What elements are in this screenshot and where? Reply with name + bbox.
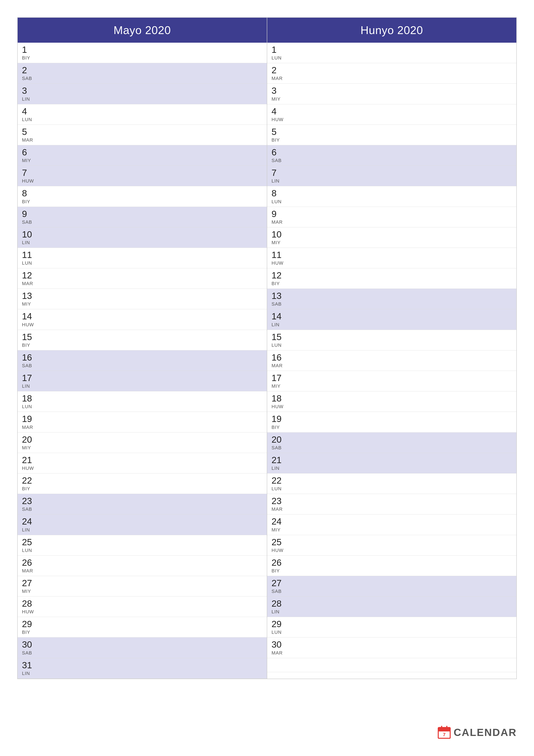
day-name: MAR <box>22 281 41 286</box>
mayo-day-21: 21 HUW <box>18 453 267 473</box>
day-number: 10 <box>22 230 41 239</box>
day-number: 28 <box>22 599 41 608</box>
hunyo-day-23: 23 MAR <box>267 494 516 514</box>
mayo-column: 1 BIY 2 SAB 3 LIN 4 LUN 5 MAR <box>18 43 267 679</box>
day-info: 13 MIY <box>22 291 41 307</box>
day-number: 21 <box>271 455 291 465</box>
day-info: 28 LIN <box>271 599 291 615</box>
day-info: 22 LUN <box>271 475 291 492</box>
mayo-day-9: 9 SAB <box>18 207 267 228</box>
day-name: MIY <box>271 240 291 245</box>
day-name: SAB <box>271 158 291 163</box>
day-info: 25 HUW <box>271 537 291 553</box>
day-number: 16 <box>271 353 291 363</box>
mayo-day-3: 3 LIN <box>18 84 267 104</box>
day-name: SAB <box>271 301 291 307</box>
day-info: 19 MAR <box>22 414 41 430</box>
day-info: 6 SAB <box>271 148 291 163</box>
mayo-day-8: 8 BIY <box>18 186 267 207</box>
day-number: 19 <box>271 414 291 424</box>
day-number: 11 <box>22 250 41 260</box>
day-info: 15 BIY <box>22 332 41 348</box>
mayo-day-2: 2 SAB <box>18 63 267 84</box>
day-number: 21 <box>22 455 41 465</box>
day-info: 25 LUN <box>22 537 41 553</box>
day-number: 26 <box>22 558 41 568</box>
day-info: 10 LIN <box>22 230 41 245</box>
day-name: LUN <box>22 260 41 266</box>
day-number: 14 <box>22 311 41 321</box>
day-info: 17 LIN <box>22 373 41 389</box>
day-info: 19 BIY <box>271 414 291 430</box>
day-number: 4 <box>22 106 41 116</box>
calendar-logo-text: CALENDAR <box>454 726 517 738</box>
hunyo-day-3: 3 MIY <box>267 84 516 104</box>
day-number: 2 <box>271 65 291 75</box>
mayo-day-12: 12 MAR <box>18 268 267 289</box>
day-name: MAR <box>271 650 291 656</box>
day-name: BIY <box>271 137 291 143</box>
day-info: 4 LUN <box>22 106 41 122</box>
day-name: MAR <box>22 424 41 430</box>
day-info: 22 BIY <box>22 475 41 492</box>
mayo-day-7: 7 HUW <box>18 166 267 186</box>
day-name: LIN <box>271 178 291 184</box>
day-info: 24 LIN <box>22 517 41 532</box>
day-info: 11 LUN <box>22 250 41 266</box>
day-info: 1 LUN <box>271 45 291 61</box>
day-name: HUW <box>271 117 291 122</box>
hunyo-day-19: 19 BIY <box>267 412 516 432</box>
day-info: 21 LIN <box>271 455 291 471</box>
day-name: MAR <box>271 219 291 225</box>
day-info: 14 HUW <box>22 311 41 327</box>
day-number: 13 <box>22 291 41 301</box>
day-name: LIN <box>22 671 41 676</box>
mayo-day-22: 22 BIY <box>18 473 267 494</box>
day-name: LUN <box>271 342 291 348</box>
day-info: 24 MIY <box>271 517 291 532</box>
hunyo-column: 1 LUN 2 MAR 3 MIY 4 HUW 5 BIY <box>267 43 516 679</box>
hunyo-day-7: 7 LIN <box>267 166 516 186</box>
day-name: LIN <box>22 383 41 389</box>
mayo-day-13: 13 MIY <box>18 289 267 309</box>
calendar-container: Mayo 2020 Hunyo 2020 1 BIY 2 SAB 3 LIN 4… <box>17 17 517 679</box>
day-name: BIY <box>22 342 41 348</box>
day-number: 30 <box>271 640 291 650</box>
mayo-day-1: 1 BIY <box>18 43 267 63</box>
day-info: 26 MAR <box>22 558 41 574</box>
mayo-day-10: 10 LIN <box>18 228 267 248</box>
day-number: 25 <box>22 537 41 547</box>
day-name: LUN <box>22 117 41 122</box>
day-info: 23 MAR <box>271 496 291 512</box>
day-number: 1 <box>22 45 41 55</box>
day-info: 14 LIN <box>271 311 291 327</box>
day-number: 20 <box>22 435 41 445</box>
day-info: 8 LUN <box>271 188 291 204</box>
mayo-day-15: 15 BIY <box>18 330 267 350</box>
day-name: LIN <box>22 96 41 102</box>
day-info: 2 SAB <box>22 65 41 81</box>
mayo-day-5: 5 MAR <box>18 125 267 145</box>
day-info: 7 LIN <box>271 168 291 184</box>
day-number: 15 <box>271 332 291 342</box>
day-number: 19 <box>22 414 41 424</box>
svg-text:7: 7 <box>443 732 445 737</box>
day-number: 8 <box>22 188 41 198</box>
day-name: HUW <box>22 609 41 615</box>
day-info: 17 MIY <box>271 373 291 389</box>
day-name: HUW <box>22 466 41 471</box>
day-number: 15 <box>22 332 41 342</box>
day-number: 4 <box>271 106 291 116</box>
day-number: 18 <box>22 393 41 403</box>
mayo-day-11: 11 LUN <box>18 248 267 268</box>
hunyo-day-10: 10 MIY <box>267 228 516 248</box>
day-info: 3 LIN <box>22 86 41 102</box>
hunyo-day-1: 1 LUN <box>267 43 516 63</box>
day-name: MIY <box>22 588 41 594</box>
mayo-day-23: 23 SAB <box>18 494 267 514</box>
mayo-day-17: 17 LIN <box>18 371 267 392</box>
mayo-day-27: 27 MIY <box>18 576 267 597</box>
day-number: 12 <box>271 270 291 281</box>
day-info: 30 SAB <box>22 640 41 656</box>
hunyo-day-12: 12 BIY <box>267 268 516 289</box>
